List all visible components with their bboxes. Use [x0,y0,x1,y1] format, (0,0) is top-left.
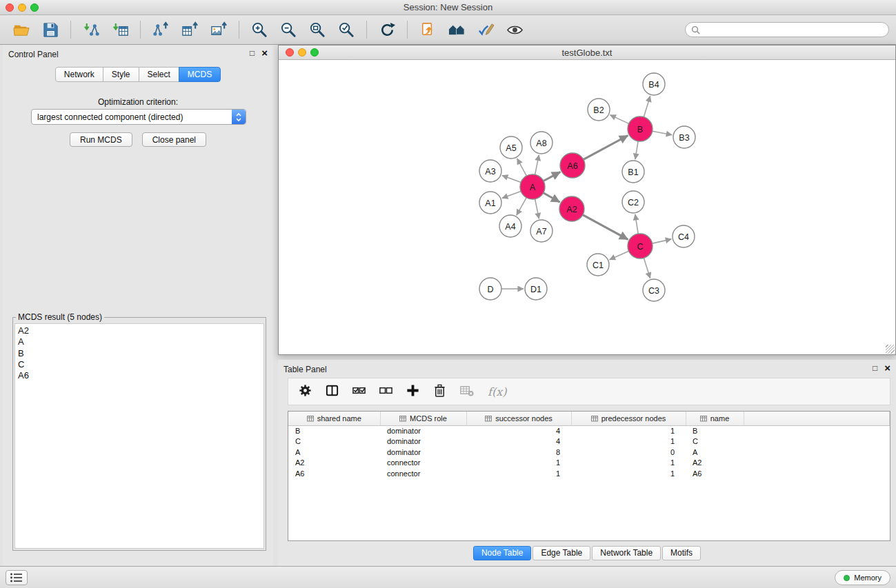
mcds-result-item[interactable]: A2 [18,325,261,336]
column-header-MCDS-role[interactable]: MCDS role [380,412,466,425]
graph-node-C4[interactable]: C4 [673,225,695,247]
tab-edge-table[interactable]: Edge Table [532,546,590,560]
table-row[interactable]: Bdominator41B [288,425,890,436]
table-cell[interactable]: C [288,436,380,447]
table-cell[interactable]: B [288,425,380,436]
graph-edge-C-C3[interactable] [644,258,650,278]
deselect-all-checkboxes-icon[interactable] [379,383,393,401]
optimization-criterion-select[interactable]: largest connected component (directed) [31,109,246,125]
graph-edge-A6-B[interactable] [584,136,628,160]
column-header-successor-nodes[interactable]: successor nodes [466,412,571,425]
toolbar-search[interactable] [685,22,889,37]
graph-node-B3[interactable]: B3 [673,126,695,148]
graph-node-B[interactable]: B [628,116,653,141]
table-cell[interactable]: 1 [571,458,686,469]
maximize-window-button[interactable] [30,3,39,12]
mcds-result-item[interactable]: C [18,359,261,370]
graph-node-A4[interactable]: A4 [499,215,521,237]
graph-node-B1[interactable]: B1 [622,161,644,183]
graph-edge-A2-C[interactable] [583,215,628,240]
graph-node-D1[interactable]: D1 [525,278,547,300]
tab-select[interactable]: Select [139,67,179,82]
table-cell[interactable]: A2 [288,458,380,469]
delete-table-icon[interactable] [459,383,474,401]
apply-style-icon[interactable] [475,19,497,41]
open-session-icon[interactable] [10,19,32,41]
graph-node-A1[interactable]: A1 [479,192,501,214]
graph-edge-A-A4[interactable] [517,198,526,216]
graph-node-A6[interactable]: A6 [560,153,585,178]
function-builder-icon[interactable]: f(x) [488,385,506,398]
graph-edge-A-A1[interactable] [502,191,521,198]
graph-node-C1[interactable]: C1 [587,254,609,276]
table-cell[interactable]: connector [380,469,466,480]
snapshot-icon[interactable] [417,19,439,41]
table-cell[interactable]: 1 [466,458,571,469]
zoom-in-icon[interactable] [248,19,270,41]
tab-network[interactable]: Network [55,67,103,82]
task-list-button[interactable] [6,570,28,585]
export-network-icon[interactable] [150,19,172,41]
table-cell[interactable]: 1 [571,436,686,447]
network-window-titlebar[interactable]: testGlobe.txt [279,45,895,60]
export-table-icon[interactable] [179,19,201,41]
table-cell[interactable]: A [686,447,744,458]
table-cell[interactable]: A2 [686,458,744,469]
tab-mcds[interactable]: MCDS [179,67,221,82]
table-cell[interactable]: A6 [288,469,380,480]
table-row[interactable]: A2connector11A2 [288,458,890,469]
graph-node-A8[interactable]: A8 [530,132,552,154]
minimize-window-button[interactable] [18,3,26,12]
table-row[interactable]: A6connector11A6 [288,469,890,480]
graph-node-C2[interactable]: C2 [622,191,644,213]
network-minimize-button[interactable] [298,48,306,57]
graph-node-C[interactable]: C [628,234,653,258]
graph-edge-B-B4[interactable] [644,96,650,117]
graph-edge-C-C4[interactable] [653,239,672,243]
table-cell[interactable]: 0 [571,447,686,458]
mcds-result-item[interactable]: A6 [18,370,261,381]
column-header-name[interactable]: name [686,412,744,425]
tab-network-table[interactable]: Network Table [592,546,661,560]
table-row[interactable]: Cdominator41C [288,436,890,447]
first-neighbors-icon[interactable] [446,19,468,41]
float-panel-icon[interactable]: □ [250,48,255,58]
column-header-shared-name[interactable]: shared name [288,412,380,425]
close-window-button[interactable] [6,3,14,12]
graph-edge-A-A8[interactable] [535,155,539,175]
network-close-button[interactable] [286,48,294,57]
network-canvas[interactable]: B4B2BB3A5A8A6A3B1AC2A1A2A4A7C4CC1C3DD1 [279,60,895,354]
zoom-fit-icon[interactable] [306,19,328,41]
table-cell[interactable]: B [686,425,744,436]
zoom-selected-icon[interactable] [335,19,357,41]
graph-edge-A-A6[interactable] [544,172,561,181]
delete-row-trash-icon[interactable] [432,383,447,401]
show-columns-icon[interactable] [325,383,339,401]
zoom-out-icon[interactable] [277,19,299,41]
table-cell[interactable]: 1 [571,425,686,436]
graph-node-C3[interactable]: C3 [643,279,665,301]
graph-edge-A-A2[interactable] [544,193,560,202]
column-header-predecessor-nodes[interactable]: predecessor nodes [571,412,686,425]
mcds-result-item[interactable]: A [18,336,261,347]
refresh-view-icon[interactable] [376,19,398,41]
table-row[interactable]: Adominator80A [288,447,890,458]
tab-node-table[interactable]: Node Table [473,546,532,560]
tab-motifs[interactable]: Motifs [662,546,701,560]
graph-edge-B-B1[interactable] [635,141,638,159]
import-table-icon[interactable] [109,19,131,41]
add-row-icon[interactable] [406,383,420,401]
table-cell[interactable]: C [686,436,744,447]
table-cell[interactable]: 8 [466,447,571,458]
graph-node-D[interactable]: D [479,278,501,300]
close-panel-icon[interactable]: × [261,48,268,58]
graph-edge-A-A7[interactable] [535,199,539,219]
table-cell[interactable]: dominator [380,447,466,458]
graph-node-A5[interactable]: A5 [500,136,522,159]
show-hide-eye-icon[interactable] [504,19,526,41]
mcds-result-list[interactable]: A2ABCA6 [14,323,264,549]
table-cell[interactable]: 4 [466,425,571,436]
table-cell[interactable]: A [288,447,380,458]
table-cell[interactable]: dominator [380,436,466,447]
tab-style[interactable]: Style [103,67,139,82]
